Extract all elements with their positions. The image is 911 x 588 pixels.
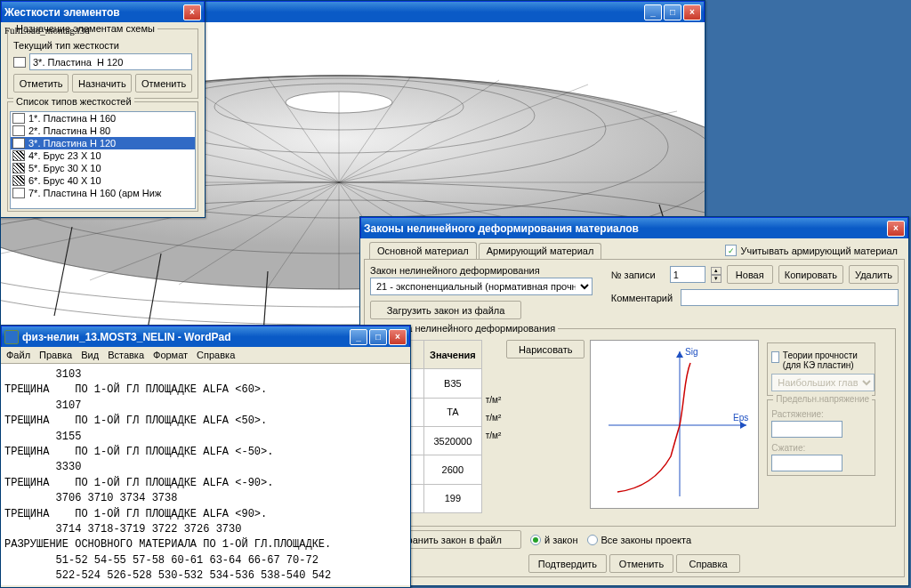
swatch-icon — [12, 163, 25, 173]
stiffness-list-item[interactable]: 2*. Пластина H 80 — [11, 125, 195, 137]
wordpad-window: физ-нелин_13.MOST3_NELIN - WordPad _ □ ×… — [0, 325, 411, 588]
maximize-button[interactable]: □ — [664, 4, 681, 20]
unit-label: т/м² — [482, 413, 502, 431]
comment-label: Комментарий — [611, 293, 675, 303]
menu-item[interactable]: Справка — [197, 350, 235, 360]
cancel-button[interactable]: Отменить — [135, 74, 192, 93]
nld-title: Законы нелинейного деформирования матери… — [364, 222, 887, 235]
strength-group: Теории прочности (для КЭ пластин) Наибол… — [767, 342, 875, 396]
menu-item[interactable]: Вставка — [108, 350, 144, 360]
assign-group: Назначение элементам схемы Текущий тип ж… — [7, 28, 198, 99]
strength-label: Теории прочности (для КЭ пластин) — [783, 350, 871, 370]
swatch-icon — [12, 125, 25, 136]
recno-label: № записи — [611, 270, 665, 280]
menu-item[interactable]: Вид — [81, 350, 99, 360]
radio-this-law[interactable]: й закон — [530, 535, 578, 545]
confirm-button[interactable]: Подтвердить — [528, 554, 607, 573]
eps-axis-label: Eps — [733, 413, 748, 423]
svg-marker-30 — [676, 351, 683, 358]
tab-reinforcing-material[interactable]: Армирующий материал — [479, 243, 602, 260]
radio-all-laws[interactable]: Все законы проекта — [587, 535, 692, 545]
swatch-icon — [12, 175, 25, 186]
tension-label: Растяжение: — [771, 409, 871, 419]
wordpad-document[interactable]: 3103 ТРЕЩИНА ПО 1-ОЙ ГЛ ПЛОЩАДКЕ ALFA <6… — [1, 364, 410, 585]
sig-eps-graph: Sig Eps — [590, 340, 759, 509]
wordpad-menubar[interactable]: ФайлПравкаВидВставкаФорматСправка — [1, 347, 410, 364]
swatch-icon — [12, 138, 25, 149]
cancel2-button[interactable]: Отменить — [609, 554, 673, 573]
viewport-caption: FullLoad_montag.l3d — [4, 25, 90, 36]
spin-up-icon[interactable]: ▲ — [711, 267, 722, 275]
limit-stress-group: Предельн.напряжение Растяжение: Сжатие: — [767, 399, 875, 476]
stiffness-list-item[interactable]: 6*. Брус 40 X 10 — [11, 174, 195, 187]
radio-icon — [530, 535, 541, 545]
help-button[interactable]: Справка — [676, 554, 740, 573]
assign-button[interactable]: Назначить — [72, 74, 132, 93]
current-type-label: Текущий тип жесткости — [13, 40, 192, 51]
wordpad-titlebar[interactable]: физ-нелин_13.MOST3_NELIN - WordPad _ □ × — [1, 326, 410, 347]
current-stiffness-input[interactable] — [29, 53, 192, 70]
list-group-legend: Список типов жесткостей — [13, 96, 134, 107]
menu-item[interactable]: Правка — [39, 350, 72, 360]
nld-titlebar[interactable]: Законы нелинейного деформирования матери… — [360, 217, 908, 238]
delete-button[interactable]: Удалить — [849, 265, 899, 284]
compression-label: Сжатие: — [771, 443, 871, 453]
nld-window: Законы нелинейного деформирования матери… — [359, 216, 909, 586]
load-law-button[interactable]: Загрузить закон из файла — [370, 301, 521, 319]
sig-axis-label: Sig — [685, 347, 697, 357]
spin-down-icon[interactable]: ▼ — [711, 275, 722, 283]
law-select[interactable]: 21 - экспоненциальный (нормативная прочн… — [370, 278, 593, 295]
limit-legend: Предельн.напряжение — [773, 394, 872, 404]
maximize-button[interactable]: □ — [369, 329, 387, 345]
consider-arm-checkbox[interactable]: ✓ Учитывать армирующий материал — [725, 245, 898, 256]
comment-input[interactable] — [681, 289, 899, 306]
unit-label: т/м² — [482, 395, 502, 413]
mark-button[interactable]: Отметить — [13, 74, 69, 93]
stiffness-list-item[interactable]: 1*. Пластина H 160 — [11, 112, 195, 125]
menu-item[interactable]: Формат — [153, 350, 188, 360]
stiffness-list-item[interactable]: 4*. Брус 23 X 10 — [11, 149, 195, 162]
strength-checkbox[interactable] — [771, 351, 779, 363]
wordpad-icon — [4, 330, 19, 344]
stiffness-listbox[interactable]: 1*. Пластина H 1602*. Пластина H 803*. П… — [10, 111, 196, 209]
menu-item[interactable]: Файл — [6, 350, 30, 360]
swatch-icon — [12, 113, 25, 124]
new-button[interactable]: Новая — [727, 265, 773, 284]
swatch-icon — [12, 150, 25, 161]
stiffness-titlebar[interactable]: Жесткости элементов × — [1, 1, 205, 22]
stiffness-list-item[interactable]: 7*. Пластина H 160 (арм Ниж — [11, 187, 195, 199]
close-button[interactable]: × — [887, 221, 905, 237]
close-button[interactable]: × — [389, 329, 407, 345]
minimize-button[interactable]: _ — [644, 4, 662, 20]
recno-input[interactable] — [670, 266, 705, 283]
stiffness-list-item[interactable]: 3*. Пластина H 120 — [11, 137, 195, 149]
close-button[interactable]: × — [683, 4, 701, 20]
stiffness-list-item[interactable]: 5*. Брус 30 X 10 — [11, 162, 195, 174]
radio-icon — [587, 535, 598, 545]
unit-label — [482, 359, 502, 377]
current-swatch-icon — [13, 57, 26, 68]
draw-button[interactable]: Нарисовать — [506, 340, 584, 358]
stiffness-list-group: Список типов жесткостей 1*. Пластина H 1… — [7, 101, 198, 212]
copy-button[interactable]: Копировать — [778, 265, 843, 284]
law-label: Закон нелинейного деформирования — [370, 265, 593, 276]
swatch-icon — [12, 188, 25, 198]
checkbox-icon: ✓ — [725, 245, 737, 256]
stiffness-title: Жесткости элементов — [4, 6, 183, 19]
unit-label — [482, 377, 502, 395]
tension-input — [771, 421, 842, 438]
unit-label: т/м² — [482, 431, 502, 448]
compression-input — [771, 455, 842, 471]
svg-marker-28 — [740, 422, 746, 429]
wordpad-title: физ-нелин_13.MOST3_NELIN - WordPad — [22, 331, 350, 343]
close-button[interactable]: × — [183, 4, 201, 20]
tab-main-material[interactable]: Основной материал — [369, 242, 477, 259]
strength-select: Наибольших главны — [771, 374, 875, 391]
minimize-button[interactable]: _ — [350, 329, 367, 345]
